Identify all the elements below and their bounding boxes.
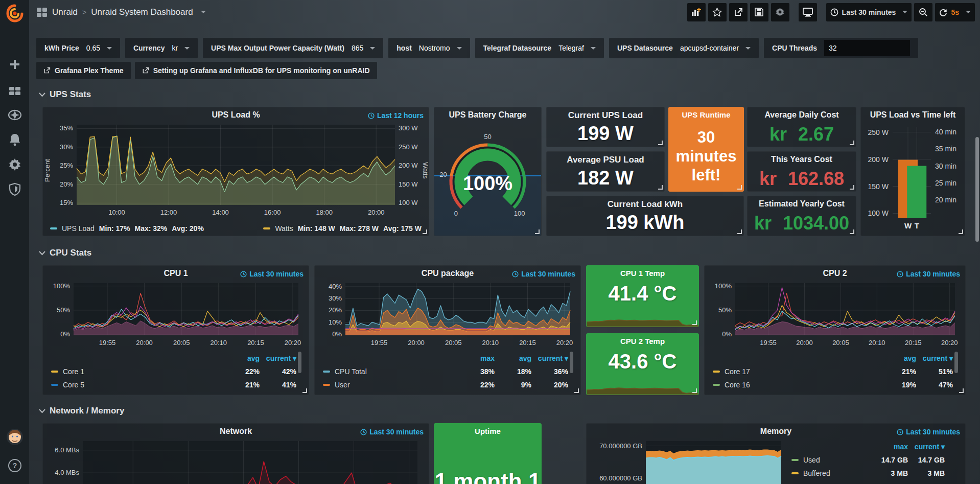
legend-series-name[interactable]: Watts xyxy=(275,224,293,233)
panel-title[interactable]: Average PSU Load xyxy=(547,155,664,165)
apps-grid-icon[interactable] xyxy=(36,7,48,17)
legend-header-avg[interactable]: avg xyxy=(879,354,916,362)
legend-header-avg[interactable]: avg xyxy=(223,354,260,362)
panel-title[interactable]: UPS Battery Charge xyxy=(434,110,541,120)
legend-series-name[interactable]: Core 17 xyxy=(713,367,879,376)
refresh-picker[interactable]: 5s xyxy=(935,3,975,21)
legend-stat: Max: 32% xyxy=(135,224,168,233)
legend-header-max[interactable]: max xyxy=(458,354,495,362)
server-admin-icon[interactable] xyxy=(0,182,29,196)
legend-swatch[interactable] xyxy=(51,371,58,373)
panel-title[interactable]: Average Daily Cost xyxy=(748,110,856,120)
panel-time-override[interactable]: Last 30 minutes xyxy=(897,428,960,436)
star-button[interactable] xyxy=(708,3,727,21)
section-cpu-stats[interactable]: CPU Stats xyxy=(39,248,91,258)
legend-header-current[interactable]: current ▾ xyxy=(916,354,953,362)
cpu-package-chart[interactable]: 19:5520:0020:0520:1020:1520:200%10%20%30… xyxy=(319,279,576,349)
legend-series-name[interactable]: Used xyxy=(791,456,871,464)
legend-swatch[interactable] xyxy=(51,384,58,386)
add-panel-button[interactable] xyxy=(687,3,706,21)
chevron-down-icon[interactable] xyxy=(201,11,206,13)
panel-title[interactable]: UPS Runtime xyxy=(669,110,743,119)
legend-series-name[interactable]: UPS Load xyxy=(62,224,95,233)
page-scrollbar[interactable] xyxy=(975,137,979,242)
panel-title[interactable]: CPU 2 Temp xyxy=(587,337,698,345)
legend-value: 20% xyxy=(531,381,568,389)
legend-header-current[interactable]: current ▾ xyxy=(260,354,296,362)
variable-value-dropdown[interactable]: Telegraf xyxy=(558,44,596,52)
grafana-logo[interactable] xyxy=(0,4,29,23)
add-icon[interactable] xyxy=(0,58,29,71)
variable-value-dropdown[interactable]: 865 xyxy=(352,44,375,52)
legend-series-name[interactable]: Core 1 xyxy=(51,367,223,376)
legend-swatch[interactable] xyxy=(263,227,270,229)
cpu-threads-input[interactable] xyxy=(824,40,910,56)
cpu2-chart[interactable]: 19:5520:0020:0520:1020:1520:200%50%100% xyxy=(709,279,961,349)
settings-button[interactable] xyxy=(771,3,789,21)
breadcrumb-folder[interactable]: Unraid xyxy=(52,7,78,17)
share-button[interactable] xyxy=(729,3,748,21)
configuration-icon[interactable] xyxy=(0,158,29,171)
alerting-icon[interactable] xyxy=(0,133,29,146)
cpu1-chart[interactable]: 19:5520:0020:0520:1020:1520:200%50%100% xyxy=(47,279,305,349)
panel-time-override[interactable]: Last 30 minutes xyxy=(360,428,424,436)
panel-time-override[interactable]: Last 30 minutes xyxy=(240,270,304,278)
legend-series-name[interactable]: Core 5 xyxy=(51,381,223,389)
panel-title[interactable]: Current Load kWh xyxy=(547,199,743,210)
panel-time-override[interactable]: Last 30 minutes xyxy=(897,270,960,278)
svg-text:16:00: 16:00 xyxy=(264,209,281,216)
save-button[interactable] xyxy=(750,3,768,21)
breadcrumb-dashboard-title[interactable]: Unraid System Dashboard xyxy=(91,7,193,17)
user-avatar[interactable] xyxy=(0,428,29,446)
legend-swatch[interactable] xyxy=(791,459,799,461)
svg-text:35%: 35% xyxy=(60,124,73,132)
panel-time-override[interactable]: Last 12 hours xyxy=(368,111,424,120)
legend-series-name[interactable]: User xyxy=(323,381,458,389)
link-ups-monitoring-guide[interactable]: Setting up Grafana and InfluxDB for UPS … xyxy=(135,62,377,79)
legend-swatch[interactable] xyxy=(713,384,720,386)
panel-title[interactable]: CPU 1 Temp xyxy=(587,269,698,278)
battery-gauge[interactable]: 02050100100% xyxy=(434,127,541,231)
legend-header-avg[interactable]: avg xyxy=(495,354,531,362)
legend-header-current[interactable]: current ▾ xyxy=(908,443,945,451)
cycle-view-mode-button[interactable] xyxy=(799,3,817,21)
legend-swatch[interactable] xyxy=(50,227,57,229)
dashboard-variables: kWh Price 0.65 Currency kr UPS Max Outpu… xyxy=(36,38,918,58)
variable-value-dropdown[interactable]: Nostromo xyxy=(419,44,462,52)
network-chart[interactable]: 2.0 MBs4.0 MBs6.0 MBs xyxy=(47,437,425,484)
memory-chart[interactable]: 50.000000 GB60.000000 GB70.000000 GB xyxy=(591,437,786,484)
legend-series-name[interactable]: Core 16 xyxy=(713,381,879,389)
legend-scrollbar[interactable] xyxy=(570,352,573,373)
svg-text:20:05: 20:05 xyxy=(832,339,849,347)
legend-header-max[interactable]: max xyxy=(871,443,908,451)
panel-title[interactable]: Estimated Yearly Cost xyxy=(748,199,856,209)
legend-swatch[interactable] xyxy=(791,472,799,474)
panel-title[interactable]: UPS Load vs Time left xyxy=(861,110,965,120)
legend-swatch[interactable] xyxy=(713,371,720,373)
legend-swatch[interactable] xyxy=(323,384,330,386)
legend-series-name[interactable]: CPU Total xyxy=(323,367,458,376)
ups-vs-time-chart[interactable]: 100 W150 W200 W250 W20 min25 min30 min35… xyxy=(863,122,963,233)
panel-title[interactable]: This Years Cost xyxy=(748,155,856,164)
variable-value-dropdown[interactable]: apcupsd-container xyxy=(680,44,751,52)
legend-series-name[interactable]: Buffered xyxy=(791,469,871,477)
zoom-out-button[interactable] xyxy=(914,3,932,21)
dashboards-icon[interactable] xyxy=(0,85,29,97)
variable-value-dropdown[interactable]: 0.65 xyxy=(86,44,112,52)
link-grafana-plex-theme[interactable]: Grafana Plex Theme xyxy=(36,62,131,79)
panel-title[interactable]: Current UPS Load xyxy=(547,110,664,121)
time-range-picker[interactable]: Last 30 minutes xyxy=(826,3,912,21)
panel-time-override[interactable]: Last 30 minutes xyxy=(512,270,575,278)
svg-text:15%: 15% xyxy=(60,199,73,206)
panel-title[interactable]: Uptime xyxy=(434,427,541,435)
help-icon[interactable]: ? xyxy=(0,458,29,473)
legend-header-current[interactable]: current ▾ xyxy=(531,354,568,362)
section-ups-stats[interactable]: UPS Stats xyxy=(39,89,91,100)
section-network-memory[interactable]: Network / Memory xyxy=(39,406,124,416)
legend-swatch[interactable] xyxy=(323,371,330,373)
variable-value-dropdown[interactable]: kr xyxy=(172,44,190,52)
ups-load-chart[interactable]: 10:0012:0014:0016:0018:0020:0015%20%25%3… xyxy=(47,121,425,218)
explore-icon[interactable] xyxy=(0,108,29,122)
legend-scrollbar[interactable] xyxy=(954,352,958,373)
legend-scrollbar[interactable] xyxy=(298,352,301,373)
